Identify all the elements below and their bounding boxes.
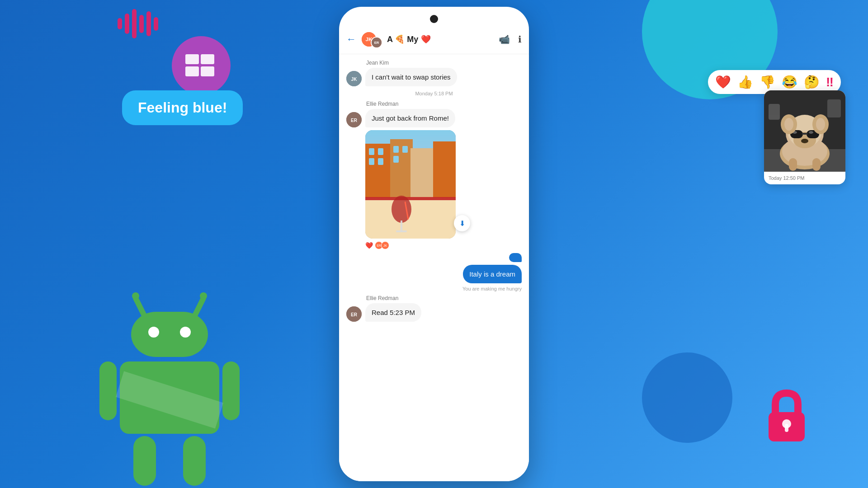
svg-rect-46 (812, 158, 821, 171)
sound-bar (118, 18, 122, 29)
chat-header: ← JK ER A 🍕 My ❤️ 📹 ℹ (339, 27, 529, 54)
reaction-heart-icon: ❤️ (365, 242, 373, 249)
svg-point-55 (809, 131, 813, 134)
back-button[interactable]: ← (346, 33, 356, 45)
dog-photo-timestamp: Today 12:50 PM (764, 172, 845, 184)
svg-line-0 (136, 298, 145, 316)
svg-rect-33 (365, 197, 456, 201)
timestamp-text: Monday 5:18 PM (415, 91, 453, 96)
bubble-jean-1: I can't wait to swap stories (365, 68, 457, 86)
avatar-secondary: ER (371, 37, 382, 48)
svg-line-2 (194, 298, 203, 316)
message-text: Italy is a dream (469, 270, 515, 278)
bubble-ellie-2: Read 5:23 PM (365, 303, 421, 322)
sound-bar (146, 11, 151, 36)
read-receipt-text: You are making me hungry (462, 286, 522, 291)
header-avatar-group: JK ER (361, 30, 382, 48)
svg-rect-64 (785, 424, 788, 432)
svg-rect-26 (369, 148, 374, 155)
timestamp-monday: Monday 5:18 PM (346, 91, 522, 96)
reaction-thumbsdown-button[interactable]: 👎 (760, 75, 775, 89)
download-button[interactable]: ⬇ (454, 215, 470, 231)
bubble-outgoing-1 (509, 253, 522, 262)
svg-rect-30 (393, 146, 399, 153)
svg-rect-8 (99, 361, 117, 420)
app-icon-inner (185, 54, 217, 77)
svg-rect-60 (827, 99, 841, 117)
svg-point-3 (200, 292, 207, 300)
svg-text:ER: ER (351, 312, 358, 317)
svg-point-59 (816, 118, 825, 131)
svg-rect-61 (769, 104, 780, 120)
reaction-avatars: ER JK (375, 241, 389, 249)
app-icon-block (201, 66, 214, 76)
svg-rect-31 (402, 146, 408, 153)
dog-svg (764, 90, 845, 172)
svg-rect-10 (133, 436, 156, 486)
svg-rect-37 (396, 230, 407, 232)
svg-text:ER: ER (374, 41, 379, 45)
svg-rect-11 (183, 436, 206, 486)
svg-rect-9 (222, 361, 240, 420)
svg-rect-45 (789, 158, 797, 171)
dog-photo-time-text: Today 12:50 PM (769, 175, 805, 181)
phone-notch (339, 7, 529, 27)
avatar-ellie-2: ER (346, 306, 362, 322)
info-button[interactable]: ℹ (518, 34, 522, 45)
phone-camera-dot (430, 15, 438, 23)
svg-rect-36 (401, 221, 402, 232)
app-icon-block (185, 66, 199, 76)
message-text: I can't wait to swap stories (372, 73, 451, 81)
message-row-outgoing-1 (346, 253, 522, 262)
header-icons: 📹 ℹ (499, 34, 522, 45)
svg-rect-27 (378, 148, 383, 155)
lock-decoration (764, 389, 809, 443)
app-icon-circle (172, 36, 231, 95)
svg-rect-28 (369, 158, 374, 165)
dog-photo-card: Today 12:50 PM (764, 90, 845, 184)
svg-text:JK: JK (351, 77, 358, 82)
bg-circle-blue-dark (642, 352, 732, 443)
sound-bar (132, 9, 137, 38)
sender-name-jean: Jean Kim (366, 60, 522, 66)
svg-point-50 (801, 139, 808, 143)
avatar-jean: JK (346, 71, 362, 86)
svg-point-1 (132, 292, 139, 300)
reaction-avatar-2: JK (381, 241, 389, 249)
bubble-outgoing-2: Italy is a dream (463, 265, 522, 283)
image-overlay-svg (365, 130, 456, 239)
svg-rect-4 (131, 312, 208, 357)
reaction-laugh-button[interactable]: 😂 (782, 75, 797, 89)
android-robot-decoration (90, 271, 249, 488)
video-call-button[interactable]: 📹 (499, 34, 510, 45)
dog-photo-image (764, 90, 845, 172)
sound-bar (139, 15, 144, 33)
svg-point-58 (784, 118, 793, 131)
reaction-thumbsup-button[interactable]: 👍 (737, 75, 753, 89)
image-reactions: ❤️ ER JK (365, 241, 456, 249)
svg-point-5 (148, 327, 159, 338)
reaction-heart-button[interactable]: ❤️ (715, 75, 731, 89)
message-row-outgoing-2: Italy is a dream (346, 265, 522, 283)
reaction-exclaim-button[interactable]: ‼️ (826, 75, 834, 89)
app-icon-block (201, 54, 214, 64)
chat-messages: Jean Kim JK I can't wait to swap stories… (339, 54, 529, 481)
svg-rect-29 (378, 158, 383, 165)
reaction-think-button[interactable]: 🤔 (804, 75, 820, 89)
image-message-container: ⬇ ❤️ ER JK (365, 130, 456, 249)
header-heart-emoji: ❤️ (421, 34, 431, 44)
svg-rect-25 (433, 141, 456, 198)
bubble-ellie-1: Just got back from Rome! (365, 109, 455, 127)
read-receipt: You are making me hungry (346, 286, 522, 291)
phone-frame: ← JK ER A 🍕 My ❤️ 📹 ℹ (339, 7, 529, 481)
svg-point-6 (180, 327, 191, 338)
avatar-ellie-1: ER (346, 112, 362, 127)
message-row-ellie-2: ER Read 5:23 PM (346, 303, 522, 322)
sender-name-ellie-2: Ellie Redman (366, 295, 522, 301)
image-message[interactable] (365, 130, 456, 239)
app-icon-block (185, 54, 199, 64)
header-title: A 🍕 My ❤️ (387, 34, 494, 44)
message-text: Read 5:23 PM (372, 309, 415, 316)
svg-rect-24 (410, 148, 435, 198)
message-row-ellie-1: ER Just got back from Rome! (346, 109, 522, 127)
